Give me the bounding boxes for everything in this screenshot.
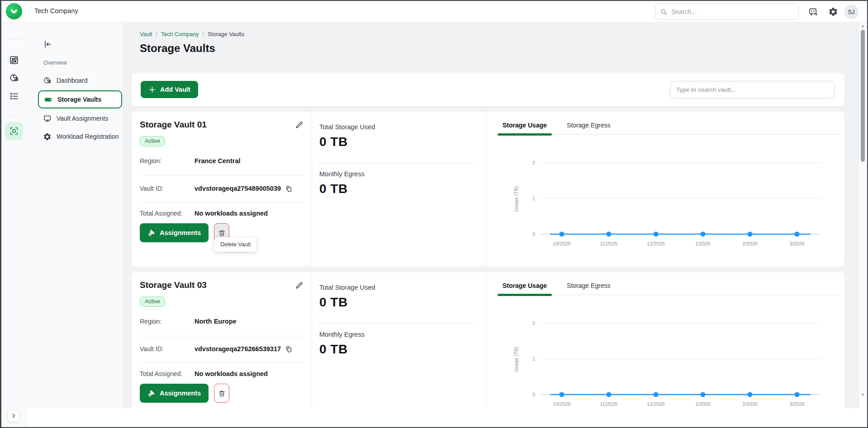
sidebar-item-workload-registration[interactable]: Workload Registration [38,128,122,145]
region-label: Region: [140,157,194,165]
add-vault-button[interactable]: Add Vault [141,81,198,98]
tab-storage-usage[interactable]: Storage Usage [498,282,552,295]
divider [319,323,477,324]
user-avatar[interactable]: SJ [844,5,859,19]
top-bar: Tech Company SJ [1,1,867,23]
svg-text:11/2025: 11/2025 [600,241,618,246]
vault-id-value: vdvstorageqa276266539317 [194,345,281,353]
rail-divider [7,39,21,39]
divider [140,336,304,336]
scrollbar-thumb[interactable] [861,30,865,162]
side-navigation: Overview Dashboard [27,23,123,408]
svg-text:Usage (TB): Usage (TB) [513,347,519,372]
edit-pencil-icon[interactable] [295,281,304,290]
svg-text:0: 0 [532,231,535,237]
vault-name: Storage Vault 03 [140,280,207,290]
region-value: North Europe [194,318,237,325]
chart-tabs: Storage Usage Storage Egress [498,122,840,135]
copy-icon[interactable] [285,345,293,353]
monitor-icon [43,114,52,123]
main-content: Vault / Tech Company / Storage Vaults St… [123,23,859,408]
svg-text:12/2025: 12/2025 [647,401,665,407]
vault-id-label: Vault ID: [140,345,194,353]
monthly-egress-label: Monthly Egress [319,170,477,178]
breadcrumb-vault[interactable]: Vault [140,31,152,38]
app-window: Tech Company SJ [0,0,868,428]
vertical-scrollbar[interactable]: ▲ ▼ [859,23,866,398]
rail-dashboard-grid-icon[interactable] [1,51,27,69]
vaults-toolbar: Add Vault [132,73,844,106]
assignments-icon [147,229,156,237]
assignments-icon [147,389,156,397]
scroll-down-icon[interactable]: ▼ [859,391,866,398]
tab-storage-egress[interactable]: Storage Egress [562,282,616,295]
total-assigned-label: Total Assigned: [140,370,194,377]
settings-gear-icon[interactable] [828,7,838,17]
vault-chart-column: Storage Usage Storage Egress 210Usage (T… [486,272,847,408]
svg-text:3/2026: 3/2026 [789,401,805,407]
collapse-sidebar-icon[interactable] [43,40,52,49]
edit-pencil-icon[interactable] [295,121,304,129]
sidebar-item-dashboard[interactable]: Dashboard [38,72,122,89]
rail-checklist-icon[interactable] [1,87,27,105]
monthly-egress-value: 0 TB [319,342,477,357]
storage-usage-chart: 210Usage (TB)10/202511/202512/20251/2026… [498,299,840,408]
scroll-up-icon[interactable]: ▲ [859,23,866,29]
svg-text:10/2025: 10/2025 [553,401,571,407]
page-title: Storage Vaults [140,42,859,55]
sidebar-item-label: Workload Registration [57,133,119,140]
vault-chart-column: Storage Usage Storage Egress 210Usage (T… [486,112,847,267]
breadcrumb-separator: / [156,31,157,38]
total-assigned-value: No workloads assigned [194,370,268,377]
region-label: Region: [140,318,194,325]
tab-storage-usage[interactable]: Storage Usage [498,122,552,134]
storage-used-value: 0 TB [319,295,477,310]
svg-text:1: 1 [532,356,535,362]
divider [140,175,304,176]
divider [140,362,304,363]
vault-id-value: vdvstorageqa275489005039 [194,185,281,192]
sidebar-expand-button[interactable] [7,409,20,422]
company-logo-icon[interactable] [6,3,22,19]
plus-icon [148,86,156,94]
svg-text:0: 0 [532,392,535,397]
storage-used-value: 0 TB [319,135,477,149]
svg-text:2: 2 [532,160,535,165]
rail-divider [7,116,21,117]
feedback-chat-icon[interactable] [808,7,819,17]
vault-metrics-column: Total Storage Used 0 TB Monthly Egress 0… [312,112,486,267]
delete-vault-tooltip: Delete Vault [214,237,256,252]
rail-workload-scan-icon[interactable] [5,122,23,140]
vault-search-input[interactable] [670,81,835,99]
vault-card-storage-vault-01: Storage Vault 01 Active Region: France C… [132,112,844,267]
sidebar-item-label: Dashboard [57,77,88,84]
pie-chart-icon [43,76,52,85]
sidebar-item-storage-vaults[interactable]: Storage Vaults [38,90,122,108]
divider [319,163,477,163]
rail-analytics-pie-icon[interactable] [1,69,27,87]
region-value: France Central [194,157,241,165]
breadcrumb-company[interactable]: Tech Company [161,31,199,38]
global-search[interactable] [655,4,799,20]
storage-vault-icon [44,95,52,104]
svg-text:3/2026: 3/2026 [789,241,805,246]
copy-icon[interactable] [285,185,293,193]
vault-info-column: Storage Vault 01 Active Region: France C… [132,112,312,267]
search-input[interactable] [671,8,794,15]
tab-storage-egress[interactable]: Storage Egress [562,122,616,134]
nav-section-label: Overview [43,60,123,66]
assignments-button[interactable]: Assignments [140,223,209,242]
assignments-button[interactable]: Assignments [140,384,209,403]
breadcrumb-separator: / [202,31,204,38]
svg-text:2/2026: 2/2026 [742,241,758,246]
breadcrumb: Vault / Tech Company / Storage Vaults [140,31,859,38]
delete-vault-button[interactable] [214,384,229,403]
svg-text:1: 1 [532,196,535,201]
sidebar-item-vault-assignments[interactable]: Vault Assignments [38,110,122,127]
vault-metrics-column: Total Storage Used 0 TB Monthly Egress 0… [312,272,486,408]
svg-text:12/2025: 12/2025 [647,241,665,246]
status-badge: Active [140,296,165,307]
vault-info-column: Storage Vault 03 Active Region: North Eu… [132,272,312,408]
total-assigned-label: Total Assigned: [140,210,194,217]
divider [140,202,304,202]
